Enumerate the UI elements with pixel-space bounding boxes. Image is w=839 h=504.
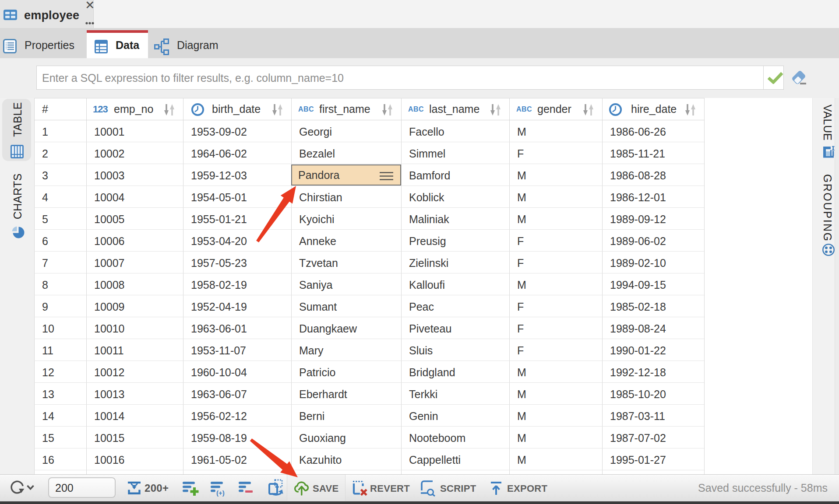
svg-text:(+): (+) (216, 489, 225, 497)
